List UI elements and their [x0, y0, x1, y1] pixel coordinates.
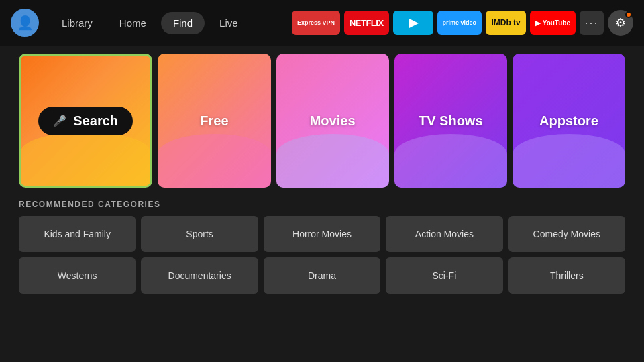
main-content: 🎤 Search Free Movies TV Shows Appstore R…	[0, 46, 644, 302]
app-freevee[interactable]: ▶	[393, 11, 433, 35]
nav-item-home[interactable]: Home	[107, 12, 158, 34]
free-card[interactable]: Free	[158, 54, 270, 188]
category-documentaries[interactable]: Documentaries	[141, 257, 258, 294]
category-westerns[interactable]: Westerns	[19, 257, 136, 294]
movies-card[interactable]: Movies	[276, 54, 389, 188]
nav-apps: Express VPN NETFLIX ▶ prime video IMDb t…	[292, 10, 633, 36]
category-kids-family[interactable]: Kids and Family	[19, 216, 136, 252]
appstore-label: Appstore	[539, 113, 598, 129]
app-youtube[interactable]: ▶ YouTube	[530, 11, 576, 35]
nav-item-live[interactable]: Live	[207, 12, 250, 34]
gear-icon: ⚙	[615, 15, 626, 30]
avatar[interactable]: 👤	[11, 9, 39, 37]
app-netflix[interactable]: NETFLIX	[344, 11, 389, 35]
category-scifi[interactable]: Sci-Fi	[386, 257, 502, 294]
settings-button[interactable]: ⚙	[608, 10, 633, 36]
nav-items: Library Home Find Live	[50, 12, 250, 34]
app-imdb[interactable]: IMDb tv	[486, 11, 526, 35]
category-drama[interactable]: Drama	[264, 257, 380, 294]
tvshows-label: TV Shows	[419, 113, 483, 129]
categories-grid: Kids and Family Sports Horror Movies Act…	[19, 216, 625, 294]
search-card[interactable]: 🎤 Search	[19, 54, 152, 188]
movies-label: Movies	[310, 113, 356, 129]
tvshows-card[interactable]: TV Shows	[394, 54, 507, 188]
app-expressvpn[interactable]: Express VPN	[292, 11, 340, 35]
header: 👤 Library Home Find Live Express VPN NET…	[0, 0, 644, 46]
recommended-title: RECOMMENDED CATEGORIES	[19, 200, 625, 209]
free-label: Free	[200, 113, 228, 129]
big-cards-row: 🎤 Search Free Movies TV Shows Appstore	[19, 54, 625, 188]
microphone-icon: 🎤	[53, 115, 66, 127]
category-comedy-movies[interactable]: Comedy Movies	[508, 216, 625, 252]
appstore-card[interactable]: Appstore	[513, 54, 625, 188]
category-thrillers[interactable]: Thrillers	[508, 257, 625, 294]
settings-badge	[625, 11, 632, 18]
category-sports[interactable]: Sports	[141, 216, 258, 252]
avatar-icon: 👤	[17, 15, 34, 31]
app-primevideo[interactable]: prime video	[437, 11, 482, 35]
search-label: Search	[73, 113, 118, 129]
search-button[interactable]: 🎤 Search	[38, 107, 133, 135]
nav-item-library[interactable]: Library	[50, 12, 105, 34]
nav-item-find[interactable]: Find	[161, 12, 205, 34]
category-action-movies[interactable]: Action Movies	[386, 216, 502, 252]
category-horror-movies[interactable]: Horror Movies	[264, 216, 380, 252]
more-button[interactable]: ···	[580, 11, 604, 35]
